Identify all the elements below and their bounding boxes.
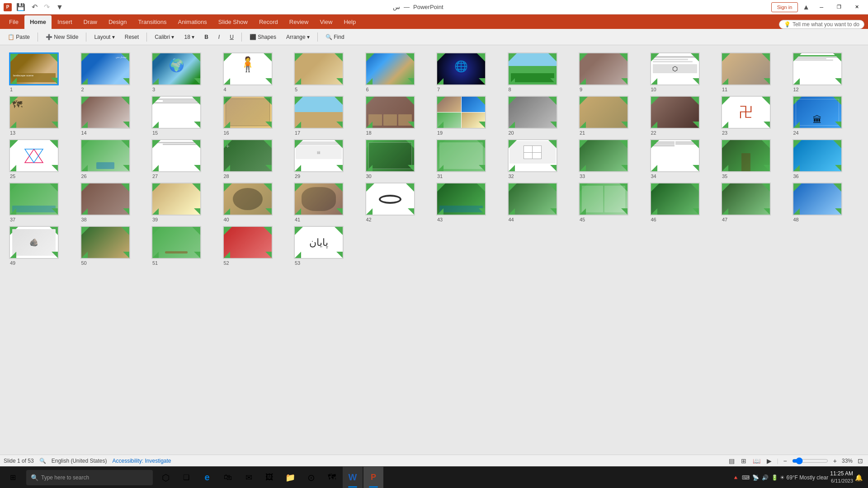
slide-item-24[interactable]: 🏛 24 [793, 96, 859, 136]
slide-thumb-2[interactable]: نوشتار متن [80, 52, 130, 85]
slide-thumb-9[interactable] [579, 52, 628, 85]
slide-item-27[interactable]: 27 [151, 139, 218, 179]
slide-thumb-20[interactable] [508, 96, 557, 129]
slide-item-42[interactable]: 42 [365, 183, 432, 222]
tab-file[interactable]: File [4, 15, 24, 29]
slide-thumb-46[interactable] [650, 183, 700, 216]
slide-thumb-18[interactable] [365, 96, 415, 129]
slide-item-17[interactable]: 17 [294, 96, 361, 136]
file-explorer-icon[interactable]: 📁 [280, 467, 300, 488]
tab-insert[interactable]: Insert [52, 15, 78, 29]
slide-thumb-24[interactable]: 🏛 [793, 96, 842, 129]
tray-icon-5[interactable]: 🔋 [771, 474, 778, 481]
slide-thumb-43[interactable] [436, 183, 486, 216]
sign-in-button[interactable]: Sign in [771, 2, 798, 12]
slide-item-31[interactable]: 31 [436, 139, 503, 179]
slide-thumb-41[interactable] [294, 183, 344, 216]
slide-item-49[interactable]: 🪨 49 [9, 226, 76, 266]
slide-item-14[interactable]: 14 [80, 96, 147, 136]
slide-thumb-8[interactable] [508, 52, 557, 85]
bold-btn[interactable]: B [200, 32, 212, 42]
italic-btn[interactable]: I [214, 32, 224, 42]
undo-icon[interactable]: ↶ [30, 2, 39, 12]
reading-view-button[interactable]: 📖 [751, 457, 762, 465]
task-view-button[interactable]: ❑ [176, 467, 196, 488]
slide-thumb-28[interactable]: + [223, 139, 273, 172]
slide-thumb-27[interactable] [151, 139, 201, 172]
slide-item-32[interactable]: 32 [508, 139, 575, 179]
customize-qat-icon[interactable]: ▼ [54, 2, 65, 12]
slide-thumb-52[interactable] [223, 226, 273, 259]
slide-thumb-29[interactable]: ▤ [294, 139, 344, 172]
slide-item-43[interactable]: 43 [436, 183, 503, 222]
slide-item-44[interactable]: 44 [508, 183, 575, 222]
tab-slideshow[interactable]: Slide Show [213, 15, 253, 29]
slide-thumb-40[interactable] [223, 183, 273, 216]
font-family-btn[interactable]: Calibri ▾ [151, 32, 178, 42]
slide-item-4[interactable]: 🧍 4 [223, 52, 290, 92]
slide-thumb-51[interactable] [151, 226, 201, 259]
slide-item-3[interactable]: 🌍 3 [151, 52, 218, 92]
find-btn[interactable]: 🔍 Find [321, 32, 349, 42]
slide-item-30[interactable]: 30 [365, 139, 432, 179]
new-slide-btn[interactable]: ➕ New Slide [42, 32, 82, 42]
slide-item-13[interactable]: 🗺 13 [9, 96, 76, 136]
slide-item-33[interactable]: 33 [579, 139, 646, 179]
save-icon[interactable]: 💾 [14, 2, 27, 12]
word-icon[interactable]: W [343, 467, 363, 488]
slide-item-10[interactable]: ⬡ 10 [650, 52, 717, 92]
slide-thumb-53[interactable]: پایان [294, 226, 344, 259]
slide-thumb-31[interactable] [436, 139, 486, 172]
slide-item-1[interactable]: landscape scene 1 [9, 52, 76, 92]
slide-item-47[interactable]: 47 [721, 183, 788, 222]
slide-item-18[interactable]: 18 [365, 96, 432, 136]
slide-thumb-22[interactable] [650, 96, 700, 129]
slide-thumb-19[interactable] [436, 96, 486, 129]
slide-item-25[interactable]: 25 [9, 139, 76, 179]
layout-btn[interactable]: Layout ▾ [90, 32, 118, 42]
tray-icon-1[interactable]: 🔺 [732, 474, 739, 481]
start-button[interactable]: ⊞ [2, 467, 24, 488]
tab-animations[interactable]: Animations [173, 15, 212, 29]
slide-thumb-35[interactable] [721, 139, 771, 172]
slide-item-34[interactable]: 34 [650, 139, 717, 179]
tab-transitions[interactable]: Transitions [132, 15, 172, 29]
accessibility-label[interactable]: Accessibility: Investigate [112, 458, 171, 464]
slide-thumb-16[interactable] [223, 96, 273, 129]
slide-item-35[interactable]: 35 [721, 139, 788, 179]
tab-draw[interactable]: Draw [78, 15, 103, 29]
slide-thumb-42[interactable] [365, 183, 415, 216]
slide-item-45[interactable]: 45 [579, 183, 646, 222]
slide-item-51[interactable]: 51 [151, 226, 218, 266]
slide-thumb-23[interactable]: 卍 [721, 96, 771, 129]
store-icon[interactable]: 🛍 [218, 467, 238, 488]
restore-button[interactable]: ❐ [831, 2, 847, 12]
slide-thumb-47[interactable] [721, 183, 771, 216]
slide-thumb-1[interactable]: landscape scene [9, 52, 59, 85]
close-button[interactable]: ✕ [849, 2, 864, 12]
notification-icon[interactable]: 🔔 [855, 474, 863, 481]
slide-item-23[interactable]: 卍 23 [721, 96, 788, 136]
slide-thumb-21[interactable] [579, 96, 628, 129]
zoom-slider[interactable] [792, 458, 828, 464]
slideshow-view-button[interactable]: ▶ [765, 457, 773, 465]
slide-thumb-39[interactable] [151, 183, 201, 216]
slide-thumb-11[interactable] [721, 52, 771, 85]
redo-icon[interactable]: ↷ [42, 2, 52, 12]
time-display[interactable]: 11:25 AM 6/11/2023 [830, 470, 853, 484]
photos-icon[interactable]: 🖼 [259, 467, 279, 488]
cortana-button[interactable]: ⬡ [156, 467, 175, 488]
slide-item-9[interactable]: 9 [579, 52, 646, 92]
slide-item-12[interactable]: 12 [793, 52, 859, 92]
powerpoint-taskbar-icon[interactable]: P [363, 467, 383, 488]
edge-icon[interactable]: e [197, 467, 217, 488]
slide-item-39[interactable]: 39 [151, 183, 218, 222]
slide-thumb-36[interactable] [793, 139, 842, 172]
language-label[interactable]: English (United States) [52, 458, 107, 464]
slide-thumb-34[interactable] [650, 139, 700, 172]
shapes-btn[interactable]: ⬛ Shapes [245, 32, 280, 42]
slide-thumb-50[interactable] [80, 226, 130, 259]
slide-item-37[interactable]: 37 [9, 183, 76, 222]
mail-icon[interactable]: ✉ [239, 467, 259, 488]
tab-help[interactable]: Help [338, 15, 361, 29]
